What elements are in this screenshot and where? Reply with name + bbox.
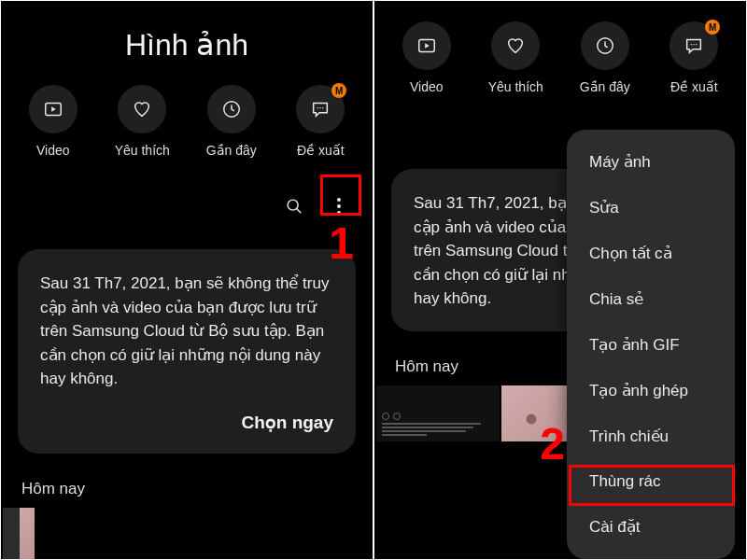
action-bar [1,186,373,227]
clock-icon [207,85,256,133]
tab-recent[interactable]: Gần đây [563,21,647,94]
video-icon [402,21,451,70]
menu-slideshow[interactable]: Trình chiếu [567,413,735,459]
svg-point-10 [691,44,692,45]
more-vert-icon [337,198,341,215]
tab-favorites[interactable]: Yêu thích [100,85,184,158]
tab-video[interactable]: Video [385,21,469,94]
photo-thumb[interactable] [3,508,35,560]
tab-label: Đề xuất [670,79,718,94]
video-icon [29,85,78,133]
tab-favorites[interactable]: Yêu thích [473,21,557,94]
tab-label: Gần đây [206,143,257,158]
svg-marker-8 [425,43,430,49]
menu-create-gif[interactable]: Tạo ảnh GIF [567,322,735,368]
search-icon [284,196,304,217]
menu-share[interactable]: Chia sẻ [567,276,735,322]
menu-camera[interactable]: Máy ảnh [567,139,735,185]
badge-m: M [331,83,346,98]
menu-edit[interactable]: Sửa [567,185,735,231]
svg-marker-1 [51,106,56,112]
overflow-menu: Máy ảnh Sửa Chọn tất cả Chia sẻ Tạo ảnh … [567,130,735,559]
svg-point-4 [320,107,321,108]
menu-create-collage[interactable]: Tạo ảnh ghép [567,368,735,413]
tab-label: Gần đây [580,79,630,94]
screenshot-pair: Hình ảnh Video Yêu thích Gần đây [0,0,747,560]
svg-point-3 [317,107,318,108]
tab-label: Yêu thích [115,143,170,158]
tab-label: Video [410,79,444,94]
heart-icon [491,21,540,70]
thumb-row [1,508,373,560]
category-tabs: Video Yêu thích Gần đây M Đề xuất [374,21,746,94]
clock-icon [581,21,629,70]
category-tabs: Video Yêu thích Gần đây M Đề xuất [1,85,373,158]
svg-point-11 [694,44,695,45]
menu-select-all[interactable]: Chọn tất cả [567,231,735,276]
tab-suggest[interactable]: M Đề xuất [652,21,736,94]
tab-label: Yêu thích [488,79,543,94]
svg-point-12 [696,44,697,45]
cloud-notice-card: Sau 31 Th7, 2021, bạn sẽ không thể truy … [18,249,356,454]
heart-icon [118,85,166,133]
chat-icon: M [669,21,718,70]
menu-settings[interactable]: Cài đặt [567,504,735,550]
badge-m: M [705,20,720,35]
svg-point-5 [322,107,323,108]
tab-video[interactable]: Video [11,85,95,158]
pane-right: Video Yêu thích Gần đây M Đề xuất [374,1,746,559]
menu-trash[interactable]: Thùng rác [567,459,735,504]
notice-text: Sau 31 Th7, 2021, bạn sẽ không thể truy … [40,272,333,391]
pane-left: Hình ảnh Video Yêu thích Gần đây [1,1,373,559]
search-button[interactable] [275,188,313,225]
photo-thumb[interactable] [501,385,576,441]
svg-point-6 [288,200,298,210]
tab-suggest[interactable]: M Đề xuất [278,85,362,158]
chat-icon: M [296,85,345,133]
tab-label: Đề xuất [297,143,345,158]
photo-thumb[interactable] [376,385,500,441]
page-title: Hình ảnh [1,27,373,63]
choose-now-button[interactable]: Chọn ngay [40,412,333,433]
tab-recent[interactable]: Gần đây [190,85,274,158]
tab-label: Video [36,143,70,158]
section-today: Hôm nay [21,480,373,498]
more-options-button[interactable] [320,188,358,225]
